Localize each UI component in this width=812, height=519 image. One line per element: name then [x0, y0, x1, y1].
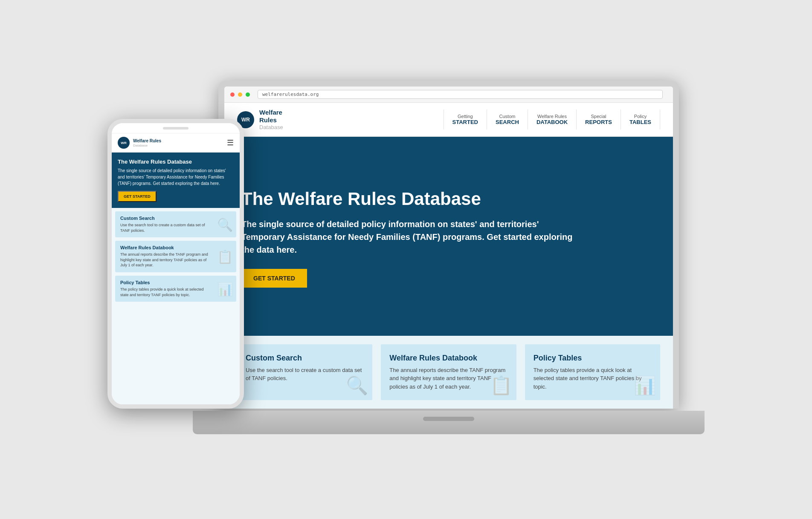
mobile-card-databook-title: Welfare Rules Databook — [120, 245, 231, 250]
mobile-notch — [112, 123, 240, 133]
card-databook-title: Welfare Rules Databook — [389, 354, 508, 363]
mobile-nav: WR Welfare Rules Database ☰ — [112, 133, 240, 153]
laptop-base — [193, 411, 705, 434]
card-custom-search-icon: 🔍 — [346, 375, 368, 396]
card-databook[interactable]: Welfare Rules Databook The annual report… — [381, 344, 516, 401]
card-databook-icon: 📋 — [490, 375, 512, 396]
website: WR WelfareRules Database Getting — [224, 103, 673, 409]
nav-tables-bottom: TABLES — [629, 119, 651, 125]
nav-getting-started-top: Getting — [458, 114, 473, 119]
mobile-card-custom-search-title: Custom Search — [120, 216, 231, 221]
nav-databook-top: Welfare Rules — [537, 114, 567, 119]
hero-title: The Welfare Rules Database — [241, 189, 656, 209]
laptop-screen: welfarerulesdata.org WR WelfareRules Da — [224, 86, 673, 409]
nav-tables[interactable]: Policy TABLES — [621, 110, 660, 130]
mobile-logo-title: Welfare Rules — [133, 138, 161, 144]
mobile-notch-bar — [163, 127, 188, 130]
nav-tables-top: Policy — [634, 114, 647, 119]
hamburger-icon[interactable]: ☰ — [227, 138, 234, 147]
mobile-shell: WR Welfare Rules Database ☰ The Welfare … — [107, 119, 244, 409]
mobile-card-databook-icon: 📋 — [217, 249, 233, 264]
mobile-hero-description: The single source of detailed policy inf… — [118, 167, 234, 187]
logo-subtitle: Database — [259, 124, 283, 130]
nav-custom-search-bottom: SEARCH — [496, 119, 519, 125]
logo-area: WR WelfareRules Database — [237, 109, 283, 130]
mobile-logo-sub: Database — [133, 144, 161, 147]
nav-databook[interactable]: Welfare Rules DATABOOK — [528, 110, 576, 130]
cards-row: Custom Search Use the search tool to cre… — [224, 336, 673, 409]
browser-chrome: welfarerulesdata.org — [224, 86, 673, 103]
laptop: welfarerulesdata.org WR WelfareRules Da — [193, 68, 705, 434]
card-policy-tables[interactable]: Policy Tables The policy tables provide … — [525, 344, 660, 401]
mobile-card-policy-tables-title: Policy Tables — [120, 280, 231, 285]
nav-getting-started-bottom: STARTED — [452, 119, 478, 125]
mobile-card-policy-tables[interactable]: Policy Tables The policy tables provide … — [115, 276, 236, 302]
card-policy-tables-icon: 📊 — [634, 375, 656, 396]
mobile-card-search-icon: 🔍 — [217, 217, 233, 232]
browser-maximize-dot[interactable] — [246, 92, 250, 97]
card-policy-tables-title: Policy Tables — [534, 354, 652, 363]
mobile-hero-section: The Welfare Rules Database The single so… — [112, 153, 240, 208]
mobile-card-custom-search[interactable]: Custom Search Use the search tool to cre… — [115, 211, 236, 237]
scene: welfarerulesdata.org WR WelfareRules Da — [107, 68, 705, 451]
nav-databook-bottom: DATABOOK — [536, 119, 568, 125]
mobile-card-policy-tables-icon: 📊 — [217, 281, 233, 296]
mobile-logo-icon: WR — [118, 137, 130, 149]
mobile-device: WR Welfare Rules Database ☰ The Welfare … — [107, 119, 244, 409]
nav-getting-started[interactable]: Getting STARTED — [444, 110, 487, 130]
laptop-body: welfarerulesdata.org WR WelfareRules Da — [218, 81, 679, 409]
browser-minimize-dot[interactable] — [238, 92, 242, 97]
mobile-cards: Custom Search Use the search tool to cre… — [112, 208, 240, 404]
nav-reports[interactable]: Special REPORTS — [576, 110, 621, 130]
mobile-card-databook-desc: The annual reports describe the TANF pro… — [120, 252, 210, 268]
logo-text: WelfareRules Database — [259, 109, 283, 130]
logo-title-line1: WelfareRules — [259, 109, 283, 124]
browser-close-dot[interactable] — [230, 92, 235, 97]
nav-reports-top: Special — [591, 114, 606, 119]
card-custom-search-title: Custom Search — [246, 354, 364, 363]
card-custom-search[interactable]: Custom Search Use the search tool to cre… — [237, 344, 372, 401]
hero-description: The single source of detailed policy inf… — [241, 218, 574, 256]
mobile-card-policy-tables-desc: The policy tables provide a quick look a… — [120, 287, 210, 297]
browser-url-bar[interactable]: welfarerulesdata.org — [258, 90, 663, 99]
nav-custom-search[interactable]: Custom SEARCH — [487, 110, 528, 130]
main-nav: WR WelfareRules Database Getting — [224, 103, 673, 137]
mobile-logo-text: Welfare Rules Database — [133, 138, 161, 147]
mobile-card-databook[interactable]: Welfare Rules Databook The annual report… — [115, 241, 236, 272]
mobile-hero-cta-button[interactable]: GET STARTED — [118, 191, 157, 202]
hero-section: The Welfare Rules Database The single so… — [224, 137, 673, 336]
nav-custom-search-top: Custom — [499, 114, 516, 119]
mobile-card-custom-search-desc: Use the search tool to create a custom d… — [120, 222, 210, 233]
nav-reports-bottom: REPORTS — [585, 119, 612, 125]
hero-cta-button[interactable]: GET STARTED — [241, 269, 307, 288]
nav-items: Getting STARTED Custom SEARCH Welfare Ru… — [444, 110, 660, 130]
mobile-hero-title: The Welfare Rules Database — [118, 159, 234, 165]
